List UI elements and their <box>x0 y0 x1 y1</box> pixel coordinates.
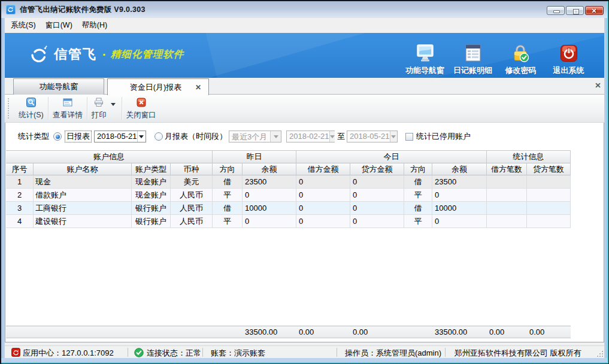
grid-cell[interactable]: 10000 <box>432 202 487 215</box>
operator: 操作员：系统管理员(admin) <box>345 348 441 359</box>
grid-cell[interactable] <box>527 175 571 189</box>
resize-grip[interactable] <box>596 350 603 357</box>
banner-nav-navigation[interactable]: 功能导航窗 <box>401 33 449 78</box>
monthly-radio[interactable] <box>154 132 163 141</box>
title-bar: 信管飞出纳记账软件免费版 V9.0.303 <box>1 1 607 18</box>
grid-cell[interactable]: 23500 <box>432 175 487 189</box>
maximize-button[interactable] <box>566 6 584 15</box>
grid-cell[interactable]: 0 <box>350 189 404 202</box>
tab-close-icon[interactable]: ✕ <box>195 83 208 92</box>
grid-summary-cell <box>6 326 34 338</box>
grid-cell[interactable]: 平 <box>404 215 432 228</box>
grid-cell[interactable]: 美元 <box>171 175 213 189</box>
include-disabled-label[interactable]: 统计已停用账户 <box>416 131 471 142</box>
grid-cell[interactable]: 4 <box>6 215 34 228</box>
grid-cell[interactable]: 银行账户 <box>132 202 171 215</box>
grid-cell[interactable]: 人民币 <box>171 202 213 215</box>
banner-nav-password[interactable]: 修改密码 <box>497 33 545 78</box>
grid-cell[interactable]: 0 <box>296 189 350 202</box>
tab-strip: 功能导航窗 资金日(月)报表 ✕ ✕ <box>5 78 604 95</box>
banner-nav-journal[interactable]: 日记账明细 <box>449 33 497 78</box>
grid-cell[interactable]: 银行账户 <box>132 215 171 228</box>
grid-cell[interactable]: 借 <box>404 202 432 215</box>
grid-column-header[interactable]: 方向 <box>213 163 243 175</box>
grid-column-header[interactable]: 贷方金额 <box>350 163 404 175</box>
grid-cell[interactable]: 0 <box>432 215 487 228</box>
grid-cell[interactable]: 平 <box>213 215 243 228</box>
grid-cell[interactable] <box>527 202 571 215</box>
grid-column-header[interactable]: 贷方笔数 <box>527 163 571 175</box>
grid-cell[interactable]: 现金账户 <box>132 189 171 202</box>
power-icon <box>560 44 578 63</box>
grid-cell[interactable]: 借 <box>213 202 243 215</box>
grid-cell[interactable]: 23500 <box>243 175 296 189</box>
include-disabled-checkbox[interactable] <box>405 133 413 141</box>
daily-date-combo[interactable]: 2018-05-21 <box>94 131 146 142</box>
grid-group-header: 昨日 <box>213 151 296 163</box>
print-button[interactable]: 打印 <box>89 95 110 122</box>
grid-column-header[interactable]: 序号 <box>6 163 34 175</box>
window-frame-bottom <box>1 358 607 362</box>
menu-help[interactable]: 帮助(H) <box>77 19 112 32</box>
banner-nav-exit[interactable]: 退出系统 <box>545 33 593 78</box>
grid-column-header[interactable]: 方向 <box>404 163 432 175</box>
minimize-button[interactable] <box>547 6 565 15</box>
close-window-button[interactable]: 关闭窗口 <box>123 95 159 122</box>
grid-cell[interactable] <box>487 202 527 215</box>
grid-cell[interactable] <box>527 189 571 202</box>
grid-column-header[interactable]: 借方笔数 <box>487 163 527 175</box>
range-to-dropdown-icon <box>390 131 398 142</box>
grid-cell[interactable]: 0 <box>243 215 296 228</box>
grid-cell[interactable]: 借款账户 <box>34 189 132 202</box>
grid-column-header[interactable]: 余额 <box>432 163 487 175</box>
grid-cell[interactable]: 0 <box>296 215 350 228</box>
grid-cell[interactable]: 0 <box>350 175 404 189</box>
grid-cell[interactable]: 现金 <box>34 175 132 189</box>
grid-cell[interactable]: 人民币 <box>171 189 213 202</box>
grid-cell[interactable]: 0 <box>296 202 350 215</box>
grid-column-header[interactable]: 账户名称 <box>34 163 132 175</box>
grid-cell[interactable]: 建设银行 <box>34 215 132 228</box>
grid-cell[interactable]: 人民币 <box>171 215 213 228</box>
grid-cell[interactable]: 工商银行 <box>34 202 132 215</box>
grid-cell[interactable]: 0 <box>350 202 404 215</box>
tab-cash-report[interactable]: 资金日(月)报表 ✕ <box>107 78 209 95</box>
grid-cell[interactable]: 0 <box>350 215 404 228</box>
toolbar-grip[interactable] <box>7 98 10 119</box>
grid-cell[interactable] <box>487 175 527 189</box>
status-bar: 应用中心：127.0.0.1:7092 连接状态：正常 账套：演示账套 操作员：… <box>5 345 604 358</box>
grid-cell[interactable]: 3 <box>6 202 34 215</box>
print-dropdown-arrow[interactable] <box>110 95 120 122</box>
grid-cell[interactable] <box>527 215 571 228</box>
statistics-button[interactable]: 统计(S) <box>16 95 47 122</box>
range-to-value: 2018-05-21 <box>347 131 390 142</box>
grid-cell[interactable]: 2 <box>6 189 34 202</box>
grid-cell[interactable]: 0 <box>296 175 350 189</box>
grid-cell[interactable]: 现金账户 <box>132 175 171 189</box>
grid-column-header[interactable]: 账户类型 <box>132 163 171 175</box>
close-button[interactable] <box>585 6 604 15</box>
grid-cell[interactable]: 借 <box>213 175 243 189</box>
grid-cell[interactable] <box>487 215 527 228</box>
brand-logo-icon <box>28 44 49 65</box>
menu-window[interactable]: 窗口(W) <box>41 19 77 32</box>
menu-system[interactable]: 系统(S) <box>6 19 41 32</box>
grid-cell[interactable] <box>487 189 527 202</box>
grid-column-header[interactable]: 借方金额 <box>296 163 350 175</box>
daily-radio[interactable] <box>53 132 62 141</box>
monthly-radio-label[interactable]: 月报表（时间段） <box>165 131 227 142</box>
tabstrip-close-icon[interactable]: ✕ <box>593 81 603 90</box>
tab-navigation[interactable]: 功能导航窗 <box>13 78 104 95</box>
grid-cell[interactable]: 平 <box>213 189 243 202</box>
grid-cell[interactable]: 0 <box>243 189 296 202</box>
daily-radio-label[interactable]: 日报表 <box>65 131 92 142</box>
grid-column-header[interactable]: 币种 <box>171 163 213 175</box>
grid-cell[interactable]: 10000 <box>243 202 296 215</box>
grid-column-header[interactable]: 余额 <box>243 163 296 175</box>
grid-cell[interactable]: 0 <box>432 189 487 202</box>
grid-cell[interactable]: 1 <box>6 175 34 189</box>
view-details-button[interactable]: 查看详情 <box>50 95 86 122</box>
daily-date-dropdown-icon[interactable] <box>137 131 146 142</box>
grid-cell[interactable]: 借 <box>404 175 432 189</box>
grid-cell[interactable]: 平 <box>404 189 432 202</box>
